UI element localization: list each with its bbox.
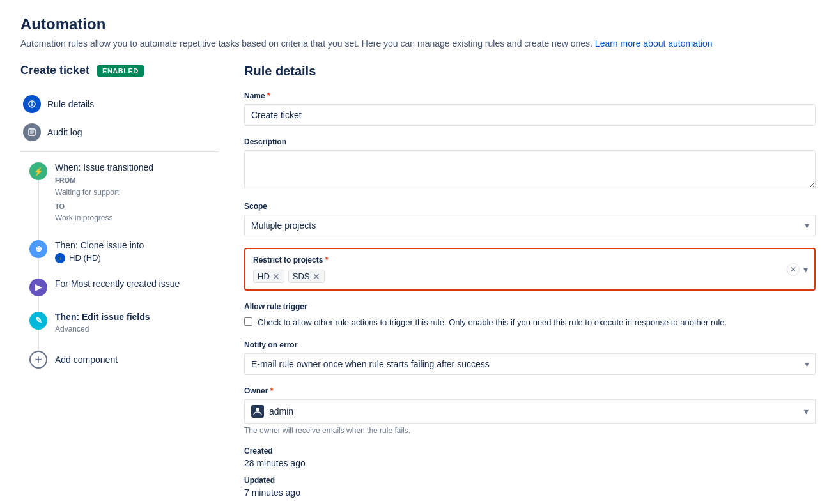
timeline-node-for[interactable]: ▶ For Most recently created issue <box>29 279 219 296</box>
panel-title: Rule details <box>244 64 816 79</box>
owner-label: Owner * <box>244 386 816 395</box>
description-textarea[interactable] <box>244 150 816 188</box>
created-label: Created <box>244 447 816 455</box>
allow-trigger-group: Allow rule trigger Check to allow other … <box>244 302 816 329</box>
owner-chevron-down-icon: ▾ <box>804 406 809 416</box>
hd-project-icon: H <box>55 253 65 263</box>
edit-sub: Advanced <box>55 323 219 335</box>
timeline-node-clone[interactable]: ⊕ Then: Clone issue into H <box>29 240 219 263</box>
restrict-required: * <box>325 256 329 264</box>
clone-title: Then: Clone issue into <box>55 240 219 250</box>
page-description: Automation rules allow you to automate r… <box>20 38 816 49</box>
timeline-node-edit[interactable]: ✎ Then: Edit issue fields Advanced <box>29 312 219 335</box>
svg-text:H: H <box>59 257 61 261</box>
owner-hint: The owner will receive emails when the r… <box>244 426 816 435</box>
clone-content: Then: Clone issue into H HD (HD) <box>55 240 219 263</box>
restrict-clear-button[interactable]: ✕ <box>787 263 800 276</box>
sidebar: Create ticket ENABLED Rule details <box>20 64 219 504</box>
tag-sds: SDS ✕ <box>288 270 325 283</box>
allow-trigger-text: Check to allow other rule actions to tri… <box>258 316 727 329</box>
allow-trigger-checkbox-row: Check to allow other rule actions to tri… <box>244 316 816 329</box>
timeline-item-edit: ✎ Then: Edit issue fields Advanced <box>29 312 219 335</box>
owner-required: * <box>270 386 274 395</box>
timeline-item-clone: ⊕ Then: Clone issue into H <box>29 240 219 263</box>
add-component-label: Add component <box>55 355 118 365</box>
updated-row: Updated 7 minutes ago <box>244 476 816 498</box>
for-title: For Most recently created issue <box>55 279 219 289</box>
allow-trigger-checkbox[interactable] <box>244 317 252 326</box>
notify-error-select[interactable]: E-mail rule owner once when rule starts … <box>244 353 816 375</box>
created-row: Created 28 minutes ago <box>244 447 816 468</box>
created-value: 28 minutes ago <box>244 458 306 468</box>
tags-row: HD ✕ SDS ✕ <box>253 270 325 283</box>
rule-details-label: Rule details <box>47 99 94 109</box>
restrict-chevron-down-icon[interactable]: ▾ <box>802 263 809 276</box>
for-icon: ▶ <box>29 279 47 296</box>
tag-sds-remove[interactable]: ✕ <box>313 272 320 281</box>
when-title: When: Issue transitioned <box>55 162 219 172</box>
edit-icon: ✎ <box>29 312 47 330</box>
when-icon: ⚡ <box>29 162 47 180</box>
updated-label: Updated <box>244 476 816 485</box>
updated-value: 7 minutes ago <box>244 487 300 498</box>
enabled-badge: ENABLED <box>97 65 144 77</box>
notify-error-label: Notify on error <box>244 340 816 349</box>
rule-details-icon <box>23 95 41 113</box>
clone-icon: ⊕ <box>29 240 47 258</box>
notify-error-group: Notify on error E-mail rule owner once w… <box>244 340 816 375</box>
sidebar-item-audit-log[interactable]: Audit log <box>20 118 219 146</box>
timeline-node-when[interactable]: ⚡ When: Issue transitioned FROM Waiting … <box>29 162 219 225</box>
clone-sub-item: H HD (HD) <box>55 253 219 263</box>
scope-field-group: Scope Multiple projects Single project ▾ <box>244 202 816 236</box>
svg-rect-2 <box>31 103 33 106</box>
for-content: For Most recently created issue <box>55 279 219 290</box>
audit-log-icon <box>23 123 41 141</box>
restrict-field-group: Restrict to projects * HD ✕ SDS ✕ <box>244 248 816 291</box>
tag-hd: HD ✕ <box>253 270 284 283</box>
add-component-row: + Add component <box>29 351 219 369</box>
allow-trigger-title: Allow rule trigger <box>244 302 816 311</box>
learn-more-link[interactable]: Learn more about automation <box>595 38 713 49</box>
when-content: When: Issue transitioned FROM Waiting fo… <box>55 162 219 225</box>
scope-label: Scope <box>244 202 816 211</box>
scope-select-wrapper: Multiple projects Single project ▾ <box>244 215 816 236</box>
notify-error-select-wrapper: E-mail rule owner once when rule starts … <box>244 353 816 375</box>
clone-project-label: HD (HD) <box>69 253 101 263</box>
description-label: Description <box>244 137 816 146</box>
add-component-button[interactable]: + <box>29 351 47 369</box>
nav-divider <box>20 151 219 152</box>
restrict-label: Restrict to projects * <box>253 256 807 264</box>
restrict-actions: ✕ ▾ <box>787 263 809 276</box>
restrict-box: Restrict to projects * HD ✕ SDS ✕ <box>244 248 816 291</box>
edit-content: Then: Edit issue fields Advanced <box>55 312 219 335</box>
name-label: Name * <box>244 91 816 100</box>
main-layout: Create ticket ENABLED Rule details <box>20 64 816 504</box>
rule-title: Create ticket <box>20 64 89 77</box>
audit-log-label: Audit log <box>47 127 82 137</box>
page-title: Automation <box>20 15 816 33</box>
timeline: ⚡ When: Issue transitioned FROM Waiting … <box>20 162 219 369</box>
right-panel: Rule details Name * Description Scope <box>244 64 816 504</box>
scope-select[interactable]: Multiple projects Single project <box>244 215 816 236</box>
name-required: * <box>267 91 270 100</box>
description-field-group: Description <box>244 137 816 190</box>
add-component: + Add component <box>29 351 219 369</box>
timeline-item-when: ⚡ When: Issue transitioned FROM Waiting … <box>29 162 219 225</box>
owner-avatar <box>251 405 264 418</box>
owner-name: admin <box>269 406 799 416</box>
when-sub: FROM Waiting for support TO Work in prog… <box>55 175 219 225</box>
rule-header: Create ticket ENABLED <box>20 64 219 77</box>
name-input[interactable] <box>244 104 816 126</box>
timeline-item-for: ▶ For Most recently created issue <box>29 279 219 296</box>
edit-title: Then: Edit issue fields <box>55 312 219 322</box>
page-container: Automation Automation rules allow you to… <box>0 0 836 504</box>
sidebar-item-rule-details[interactable]: Rule details <box>20 90 219 118</box>
name-field-group: Name * <box>244 91 816 126</box>
tag-hd-remove[interactable]: ✕ <box>272 272 280 281</box>
svg-point-1 <box>31 102 33 103</box>
owner-select[interactable]: admin ▾ <box>244 399 816 424</box>
restrict-content: HD ✕ SDS ✕ ✕ ▾ <box>253 270 807 283</box>
owner-group: Owner * admin ▾ The owner will receive e… <box>244 386 816 435</box>
